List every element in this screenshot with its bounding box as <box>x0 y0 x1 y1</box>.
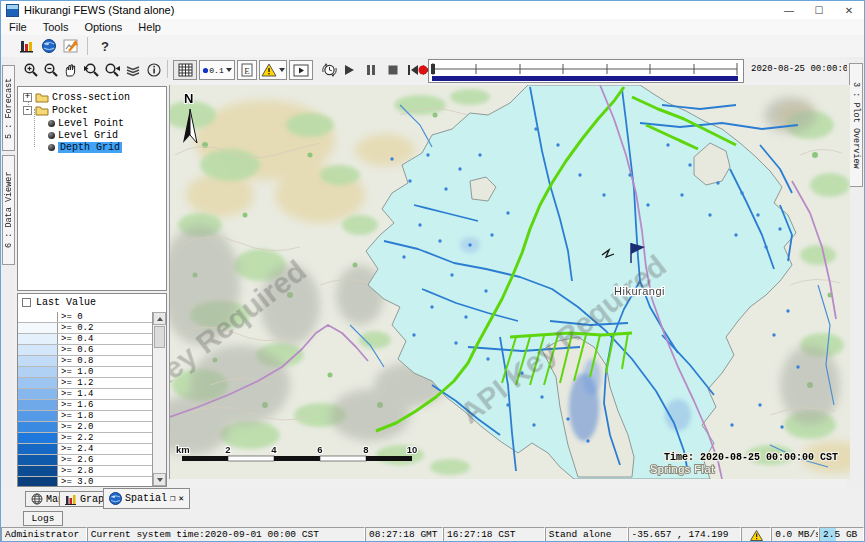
logs-button[interactable]: Logs <box>23 511 63 526</box>
map-globe-icon[interactable] <box>39 36 59 56</box>
blue-globe-icon <box>109 492 122 505</box>
legend-row: >= 0.2 <box>18 323 152 334</box>
menu-options[interactable]: Options <box>76 21 130 33</box>
status-mode: Stand alone <box>545 527 628 542</box>
tab-maximize-icon[interactable]: ❐ <box>170 493 175 504</box>
zoom-next-icon[interactable] <box>102 60 122 80</box>
last-value-checkbox[interactable] <box>22 298 31 307</box>
legend-swatch <box>18 411 58 421</box>
status-bar: Administrator Current system time:2020-0… <box>1 527 864 542</box>
close-button[interactable]: ✕ <box>834 1 864 19</box>
minimize-button[interactable]: — <box>774 1 804 19</box>
app-icon <box>6 4 19 17</box>
bar-chart-icon <box>65 493 77 505</box>
tab-spatial-active[interactable]: Spatial ❐ ✕ <box>103 488 190 509</box>
explorer-icon[interactable] <box>17 36 37 56</box>
chart-trend-icon[interactable] <box>61 36 81 56</box>
status-warning-cell[interactable] <box>741 527 771 542</box>
node-bullet-icon <box>48 120 55 127</box>
legend-swatch <box>18 367 58 377</box>
scroll-thumb[interactable] <box>154 326 165 348</box>
timeline-handle[interactable] <box>431 64 435 74</box>
zoom-out-icon[interactable] <box>41 60 61 80</box>
legend-row: >= 3.0 <box>18 477 152 487</box>
grid-display-button[interactable] <box>173 60 197 80</box>
status-user: Administrator <box>1 527 87 542</box>
zoom-previous-icon[interactable] <box>81 60 101 80</box>
animation-button[interactable] <box>289 60 313 80</box>
stop-button[interactable] <box>385 60 401 80</box>
help-icon[interactable]: ? <box>95 36 115 56</box>
tree-item-level-grid[interactable]: Level Grid <box>48 129 118 141</box>
legend-row: >= 2.6 <box>18 455 152 466</box>
legend-swatch <box>18 455 58 465</box>
menu-file[interactable]: File <box>1 21 35 33</box>
legend-swatch <box>18 422 58 432</box>
timeline-span-bar <box>432 76 738 81</box>
title-bar: Hikurangi FEWS (Stand alone) — ☐ ✕ <box>1 1 864 19</box>
legend-swatch <box>18 466 58 476</box>
tab-forecast[interactable]: 5 : Forecast <box>2 65 15 151</box>
editor-button[interactable]: E <box>237 60 257 80</box>
timeline-slider[interactable] <box>428 59 744 83</box>
pan-hand-icon[interactable] <box>61 60 81 80</box>
map-view[interactable]: API Key Required API Key Required Hikura… <box>169 85 849 479</box>
tree-item-cross-section[interactable]: + Cross-section <box>23 91 130 103</box>
tree-item-label: Cross-section <box>52 92 130 103</box>
main-toolbar: ? <box>1 35 864 58</box>
folder-icon <box>35 105 49 116</box>
left-tab-strip: 5 : Forecast 6 : Data Viewer <box>1 57 15 488</box>
legend-scrollbar[interactable] <box>152 312 166 486</box>
tab-data-viewer[interactable]: 6 : Data Viewer <box>2 155 15 265</box>
tree-item-level-point[interactable]: Level Point <box>48 117 124 129</box>
tab-plot-overview[interactable]: 3 : Plot Overview <box>849 63 863 187</box>
legend-row: >= 1.0 <box>18 367 152 378</box>
application-window: Hikurangi FEWS (Stand alone) — ☐ ✕ File … <box>0 0 865 542</box>
zoom-in-icon[interactable] <box>21 60 41 80</box>
town-label: Hikurangi <box>614 285 665 297</box>
warning-dropdown[interactable] <box>259 60 287 80</box>
interval-dropdown[interactable]: 0.1 <box>199 60 235 80</box>
legend-row: >= 0.6 <box>18 345 152 356</box>
tree-item-label-selected: Depth Grid <box>58 142 122 153</box>
folder-icon <box>35 92 49 103</box>
tree-item-depth-grid[interactable]: Depth Grid <box>48 141 122 153</box>
svg-text:8: 8 <box>363 444 368 455</box>
maximize-button[interactable]: ☐ <box>804 1 834 19</box>
status-coordinates: -35.657 , 174.199 <box>628 527 742 542</box>
expander-icon[interactable]: - <box>23 106 32 115</box>
svg-text:4: 4 <box>271 444 277 455</box>
scroll-down-button[interactable] <box>153 473 166 486</box>
status-system-time: Current system time:2020-09-01 00:00 CST <box>87 527 365 542</box>
svg-text:E: E <box>244 66 250 76</box>
legend-row: >= 1.8 <box>18 411 152 422</box>
info-icon[interactable] <box>144 60 164 80</box>
menu-tools[interactable]: Tools <box>35 21 77 33</box>
timestep-clock-icon[interactable] <box>319 60 339 80</box>
status-memory: 2.5 GB <box>819 527 864 542</box>
wire-globe-icon <box>31 493 43 505</box>
layers-icon[interactable] <box>123 60 143 80</box>
legend-swatch <box>18 477 58 487</box>
scroll-up-button[interactable] <box>153 312 166 325</box>
window-title: Hikurangi FEWS (Stand alone) <box>24 4 174 16</box>
tree-item-label: Pocket <box>52 105 88 116</box>
expander-icon[interactable]: + <box>23 93 32 102</box>
tree-item-pocket[interactable]: - Pocket <box>23 104 88 116</box>
legend-swatch <box>18 334 58 344</box>
legend-swatch <box>18 323 58 333</box>
legend-row: >= 1.2 <box>18 378 152 389</box>
menu-help[interactable]: Help <box>130 21 169 33</box>
node-bullet-icon <box>48 144 55 151</box>
status-gmt-time: 08:27:18 GMT <box>365 527 443 542</box>
pause-button[interactable] <box>363 60 379 80</box>
map-toolbar: 0.1 E <box>1 57 864 86</box>
svg-text:10: 10 <box>407 444 418 455</box>
last-value-label: Last Value <box>36 297 96 308</box>
tree-item-label: Level Point <box>58 118 124 129</box>
legend-swatch <box>18 356 58 366</box>
status-throughput: 0.0 MB/s <box>771 527 819 542</box>
tab-close-icon[interactable]: ✕ <box>178 493 183 504</box>
node-bullet-icon <box>48 132 55 139</box>
play-button[interactable] <box>341 60 357 80</box>
